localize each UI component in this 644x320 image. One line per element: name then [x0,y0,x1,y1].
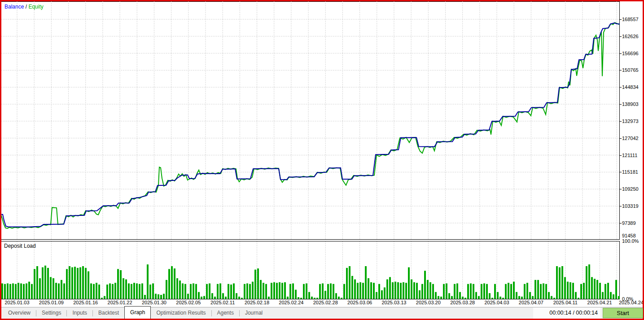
y-tick-mark [620,70,622,70]
y-tick-mark [620,104,622,105]
x-tick-label: 2025.04.07 [513,300,549,305]
y-tick-mark [620,223,622,224]
y-tick-label: 144834 [622,84,643,90]
x-tick-label: 2025.02.28 [307,300,343,305]
x-tick-label: 2025.01.22 [102,300,138,305]
y-tick-label: 97389 [622,220,643,226]
tab-overview[interactable]: Overview [3,307,36,319]
y-tick-label: 103319 [622,203,643,209]
tab-journal[interactable]: Journal [240,307,268,319]
y-tick-mark [620,206,622,206]
x-tick-label: 2025.02.24 [273,300,309,305]
x-tick-label: 2025.02.18 [239,300,275,305]
x-tick-label: 2025.04.03 [479,300,515,305]
y-tick-label: 127042 [622,136,643,141]
y-tick-label: 115181 [622,169,643,175]
tab-inputs[interactable]: Inputs [67,307,92,319]
y-tick-mark [620,53,622,54]
tab-agents[interactable]: Agents [212,307,239,319]
chart-legend: Balance / Equity [4,4,44,10]
y-tick-mark [620,172,622,172]
x-tick-label: 2025.03.13 [376,300,412,305]
x-tick-label: 2025.02.05 [171,300,206,305]
balance-equity-plot-svg [1,1,620,240]
deposit-load-min-label: 0.0% [622,296,643,302]
x-tick-label: 2025.03.06 [342,300,378,305]
grid-lines [1,1,620,240]
y-tick-label: 162626 [622,34,643,39]
start-button[interactable]: Start [603,308,643,318]
x-tick-label: 2025.01.03 [0,300,35,305]
y-tick-mark [620,19,622,20]
deposit-load-plot-svg [1,241,620,299]
balance-line [1,23,620,227]
x-tick-label: 2025.01.09 [33,300,69,305]
y-tick-label: 91458 [622,233,643,238]
y-tick-mark [620,138,622,139]
x-tick-label: 2025.04.11 [548,300,583,305]
y-tick-label: 150765 [622,67,643,73]
legend-balance-label: Balance [4,4,24,10]
legend-equity-label: Equity [28,4,43,10]
window-border-top [0,0,644,1]
x-tick-label: 2025.01.16 [68,300,104,305]
y-tick-label: 132973 [622,118,643,124]
time-axis: 2025.01.032025.01.092025.01.162025.01.22… [1,300,643,307]
y-tick-mark [620,155,622,156]
y-tick-label: 156696 [622,51,643,56]
tab-settings[interactable]: Settings [36,307,66,319]
backtest-timer: 00:00:14 / 00:00:14 [533,307,600,319]
y-tick-label: 121111 [622,153,643,158]
tab-optimization-results[interactable]: Optimization Results [151,307,211,319]
tab-graph[interactable]: Graph [124,306,151,319]
y-tick-label: 138903 [622,101,643,107]
deposit-load-bars [1,264,620,299]
x-tick-label: 2025.02.11 [205,300,241,305]
legend-separator: / [24,4,28,10]
x-tick-label: 2025.03.20 [410,300,446,305]
y-tick-mark [620,189,622,189]
x-tick-label: 2025.03.28 [445,300,481,305]
y-tick-mark [620,121,622,122]
deposit-load-max-label: 100.0% [622,238,643,244]
equity-line [1,22,620,228]
window-border-left [0,0,1,320]
y-tick-mark [620,36,622,37]
y-tick-label: 109250 [622,186,643,192]
x-tick-label: 2025.01.30 [136,300,172,305]
tab-backtest[interactable]: Backtest [93,307,124,319]
y-tick-mark [620,87,622,88]
deposit-load-title: Deposit Load [4,243,36,249]
y-tick-label: 168557 [622,17,643,22]
